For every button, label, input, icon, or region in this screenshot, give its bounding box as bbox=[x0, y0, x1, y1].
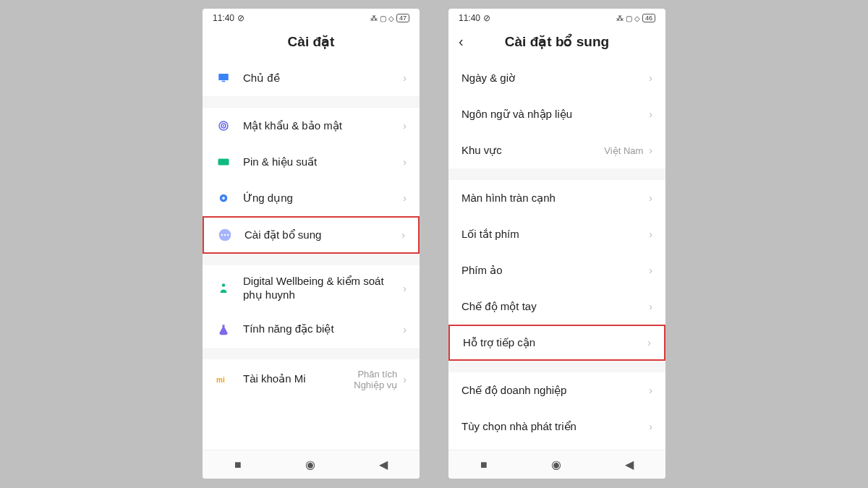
settings-row-ng-y-gi-[interactable]: Ngày & giờ› bbox=[448, 60, 665, 96]
chevron-right-icon: › bbox=[649, 108, 652, 120]
row-label: Cài đặt bổ sung bbox=[244, 228, 401, 242]
row-value: Phân tíchNghiệp vụ bbox=[354, 369, 397, 390]
chevron-right-icon: › bbox=[649, 72, 652, 84]
wifi-icon: ◇ bbox=[388, 14, 394, 22]
theme-icon bbox=[216, 70, 231, 86]
security-icon bbox=[216, 118, 231, 134]
status-bar: 11:40 ⊘ ⁂ ▢ ◇ 46 bbox=[448, 9, 665, 27]
nav-bar: ■ ◉ ◀ bbox=[448, 450, 665, 479]
chevron-right-icon: › bbox=[403, 72, 407, 84]
row-label: Tính năng đặc biệt bbox=[243, 322, 403, 336]
row-label: Màn hình tràn cạnh bbox=[461, 192, 649, 205]
row-value: Việt Nam bbox=[604, 145, 643, 156]
battery-icon: 46 bbox=[642, 14, 655, 22]
settings-row--ng-d-ng[interactable]: Ứng dụng› bbox=[203, 180, 420, 216]
status-time: 11:40 bbox=[459, 13, 480, 23]
row-label: Hỗ trợ tiếp cận bbox=[463, 336, 647, 350]
battery-icon bbox=[216, 154, 231, 170]
settings-row-khu-v-c[interactable]: Khu vựcViệt Nam› bbox=[448, 132, 665, 168]
row-label: Mật khẩu & bảo mật bbox=[243, 119, 403, 133]
additional-settings-screen: 11:40 ⊘ ⁂ ▢ ◇ 46 ‹Cài đặt bổ sungNgày & … bbox=[448, 9, 665, 479]
nav-home-button[interactable]: ◉ bbox=[551, 458, 561, 471]
section-divider bbox=[448, 361, 665, 372]
svg-rect-1 bbox=[222, 81, 226, 82]
additional-icon bbox=[217, 227, 233, 243]
status-bar: 11:40 ⊘ ⁂ ▢ ◇ 47 bbox=[203, 9, 420, 27]
page-title: Cài đặt bbox=[288, 33, 335, 50]
row-label: Digital Wellbeing & kiểm soát phụ huynh bbox=[243, 275, 403, 302]
row-label: Khu vực bbox=[461, 144, 604, 158]
nav-back-button[interactable]: ◀ bbox=[625, 458, 634, 471]
settings-row-c-i-t-b-sung[interactable]: Cài đặt bổ sung› bbox=[203, 216, 420, 254]
bluetooth-icon: ⁂ bbox=[616, 14, 624, 22]
chevron-right-icon: › bbox=[649, 301, 652, 312]
alarm-off-icon: ⊘ bbox=[483, 13, 490, 23]
nav-recent-button[interactable]: ■ bbox=[234, 458, 242, 471]
chevron-right-icon: › bbox=[649, 265, 652, 276]
settings-row-ch-doanh-nghi-p[interactable]: Chế độ doanh nghiệp› bbox=[448, 372, 665, 408]
section-divider bbox=[448, 168, 665, 180]
settings-list: Chủ đề›Mật khẩu & bảo mật›Pin & hiệu suấ… bbox=[203, 60, 420, 450]
row-label: Chủ đề bbox=[243, 72, 403, 85]
chevron-right-icon: › bbox=[649, 421, 652, 432]
settings-row-ng-n-ng-v-nh-p-li-u[interactable]: Ngôn ngữ và nhập liệu› bbox=[448, 96, 665, 132]
row-label: Ngôn ngữ và nhập liệu bbox=[461, 108, 649, 121]
header: Cài đặt bbox=[203, 27, 420, 60]
svg-point-10 bbox=[224, 234, 226, 236]
settings-row-h-tr-ti-p-c-n[interactable]: Hỗ trợ tiếp cận› bbox=[448, 325, 665, 361]
svg-point-12 bbox=[222, 283, 226, 287]
settings-screen: 11:40 ⊘ ⁂ ▢ ◇ 47 Cài đặtChủ đề›Mật khẩu … bbox=[203, 9, 420, 479]
row-label: Pin & hiệu suất bbox=[243, 155, 403, 169]
battery-icon: 47 bbox=[396, 14, 409, 22]
apps-icon bbox=[216, 190, 231, 206]
nav-bar: ■ ◉ ◀ bbox=[203, 450, 420, 479]
chevron-right-icon: › bbox=[647, 337, 651, 348]
chevron-right-icon: › bbox=[401, 229, 405, 241]
settings-row-ph-m-o[interactable]: Phím ảo› bbox=[448, 252, 665, 288]
svg-point-9 bbox=[221, 234, 224, 236]
settings-row-digital-wellbeing-ki-m-s[interactable]: Digital Wellbeing & kiểm soát phụ huynh› bbox=[203, 265, 420, 312]
row-label: Chế độ một tay bbox=[461, 300, 649, 314]
chevron-right-icon: › bbox=[649, 228, 652, 240]
row-label: Phím ảo bbox=[461, 264, 649, 278]
row-label: Chế độ doanh nghiệp bbox=[461, 384, 649, 398]
nav-recent-button[interactable]: ■ bbox=[480, 458, 488, 471]
vibrate-icon: ▢ bbox=[380, 14, 386, 22]
nav-home-button[interactable]: ◉ bbox=[305, 458, 315, 471]
chevron-right-icon: › bbox=[403, 120, 407, 132]
section-divider bbox=[203, 96, 420, 108]
settings-row-l-i-t-t-ph-m[interactable]: Lối tắt phím› bbox=[448, 216, 665, 252]
nav-back-button[interactable]: ◀ bbox=[379, 458, 388, 471]
mi-icon: mi bbox=[216, 372, 231, 388]
row-label: Lối tắt phím bbox=[461, 228, 649, 241]
wellbeing-icon bbox=[216, 281, 231, 296]
chevron-right-icon: › bbox=[649, 145, 652, 156]
settings-row-t-i-kho-n-mi[interactable]: miTài khoản MiPhân tíchNghiệp vụ› bbox=[203, 359, 420, 400]
chevron-right-icon: › bbox=[403, 374, 407, 385]
back-button[interactable]: ‹ bbox=[459, 33, 464, 50]
section-divider bbox=[203, 348, 420, 359]
bluetooth-icon: ⁂ bbox=[370, 14, 378, 22]
page-title: Cài đặt bổ sung bbox=[505, 33, 609, 50]
chevron-right-icon: › bbox=[403, 283, 407, 294]
settings-row-m-n-h-nh-tr-n-c-nh[interactable]: Màn hình tràn cạnh› bbox=[448, 180, 665, 216]
row-label: Tùy chọn nhà phát triển bbox=[461, 420, 649, 434]
settings-row-m-t-kh-u-b-o-m-t[interactable]: Mật khẩu & bảo mật› bbox=[203, 108, 420, 144]
chevron-right-icon: › bbox=[649, 192, 652, 204]
special-icon bbox=[216, 322, 231, 338]
row-label: Tài khoản Mi bbox=[243, 372, 354, 386]
vibrate-icon: ▢ bbox=[626, 14, 632, 22]
settings-row-pin-hi-u-su-t[interactable]: Pin & hiệu suất› bbox=[203, 144, 420, 180]
svg-rect-5 bbox=[218, 159, 229, 166]
chevron-right-icon: › bbox=[403, 156, 407, 168]
settings-row-ch-m-t-tay[interactable]: Chế độ một tay› bbox=[448, 288, 665, 325]
wifi-icon: ◇ bbox=[634, 14, 640, 22]
settings-row-ch-[interactable]: Chủ đề› bbox=[203, 60, 420, 96]
chevron-right-icon: › bbox=[649, 385, 652, 396]
svg-rect-0 bbox=[218, 74, 229, 80]
row-label: Ứng dụng bbox=[243, 192, 403, 205]
settings-row-t-nh-n-ng-c-bi-t[interactable]: Tính năng đặc biệt› bbox=[203, 312, 420, 348]
row-label: Ngày & giờ bbox=[461, 72, 649, 85]
settings-row-t-y-ch-n-nh-ph-t-tri-n[interactable]: Tùy chọn nhà phát triển› bbox=[448, 408, 665, 445]
chevron-right-icon: › bbox=[403, 192, 407, 204]
